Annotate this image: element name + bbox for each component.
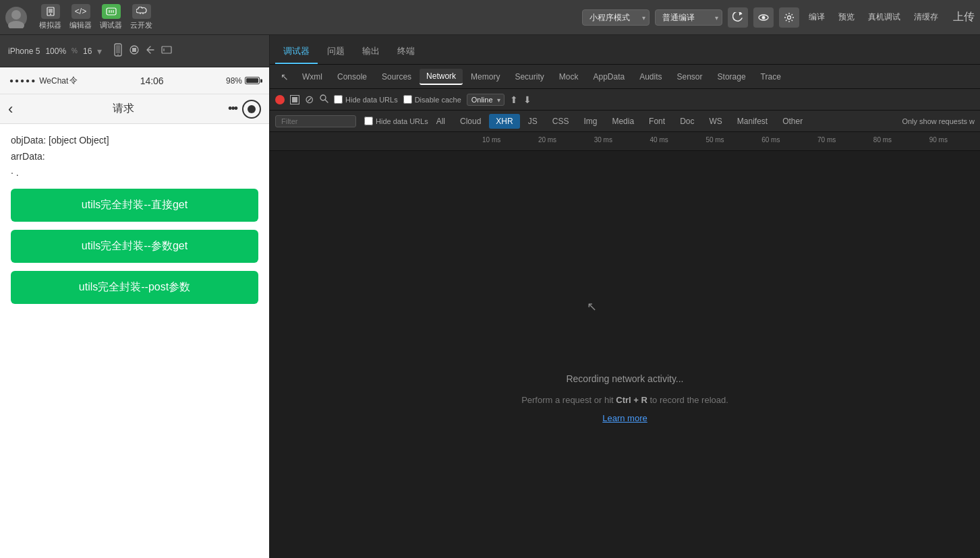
- phone-forward-icon[interactable]: [161, 44, 172, 58]
- debugger-button[interactable]: 调试器: [100, 4, 122, 30]
- filter-manifest[interactable]: Manifest: [730, 114, 774, 129]
- obj-data-text: objData: [object Object]: [11, 135, 258, 146]
- nav-back-button[interactable]: ‹: [8, 100, 13, 118]
- phone-content: objData: [object Object] arrData: · . ut…: [0, 124, 269, 558]
- disable-cache-checkbox[interactable]: [403, 95, 412, 104]
- upload-arrow-up-icon[interactable]: ⬆: [510, 94, 518, 105]
- post-param-button[interactable]: utils完全封装--post参数: [11, 271, 258, 304]
- svg-rect-15: [116, 45, 120, 53]
- hide-data-urls-label[interactable]: Hide data URLs: [364, 117, 428, 125]
- cloud-button[interactable]: 云开发: [130, 4, 152, 30]
- wifi-icon: 令: [69, 75, 78, 86]
- timeline-marks: 10 ms 20 ms 30 ms 40 ms 50 ms 60 ms 70 m…: [472, 132, 980, 150]
- devtools-panel: 调试器 问题 输出 终端 ↖ Wxml Console Sources Netw…: [270, 35, 980, 558]
- filter-other[interactable]: Other: [776, 114, 809, 129]
- preserve-log-label[interactable]: Hide data URLs: [334, 95, 398, 104]
- eye-button[interactable]: [753, 7, 774, 28]
- compile-button[interactable]: 编译: [805, 9, 829, 26]
- phone-screen: ●●●●● WeChat 令 14:06 98% ‹ 请求 •••: [0, 67, 269, 558]
- filter-font[interactable]: Font: [642, 114, 672, 129]
- filter-img[interactable]: Img: [577, 114, 604, 129]
- tab-wxml[interactable]: Wxml: [295, 69, 329, 84]
- hide-data-urls-checkbox[interactable]: [364, 117, 373, 125]
- tab-console[interactable]: Console: [330, 69, 374, 84]
- mode-select[interactable]: 小程序模式: [582, 9, 650, 26]
- nav-record-button[interactable]: [242, 100, 261, 119]
- settings-button[interactable]: [779, 7, 799, 28]
- empty-state-message: Recording network activity... Perform a …: [521, 373, 728, 423]
- filter-xhr[interactable]: XHR: [489, 114, 519, 129]
- network-content-area: ↖ Recording network activity... Perform …: [270, 151, 980, 558]
- network-tab-bar: ↖ Wxml Console Sources Network Memory Se…: [270, 65, 980, 89]
- tab-audits[interactable]: Audits: [633, 69, 668, 84]
- translate-select[interactable]: 普通编译: [655, 9, 722, 26]
- tab-output[interactable]: 输出: [354, 40, 388, 64]
- stop-icon: [292, 97, 297, 102]
- preserve-log-checkbox[interactable]: [334, 95, 343, 104]
- clearcache-button[interactable]: 清缓存: [910, 9, 942, 26]
- top-toolbar: 模拟器 </> 编辑器 调试器 云开发: [0, 0, 980, 35]
- upload-button[interactable]: 上传: [953, 10, 975, 24]
- learn-more-link[interactable]: Learn more: [521, 413, 728, 423]
- mark-70ms: 70 ms: [817, 136, 836, 144]
- tab-debugger[interactable]: 调试器: [275, 40, 318, 64]
- filter-doc[interactable]: Doc: [673, 114, 701, 129]
- tab-trace[interactable]: Trace: [754, 69, 788, 84]
- tab-network[interactable]: Network: [420, 69, 463, 85]
- svg-point-13: [788, 16, 791, 19]
- editor-button[interactable]: </> 编辑器: [69, 4, 92, 30]
- tab-mock[interactable]: Mock: [552, 69, 585, 84]
- tab-memory[interactable]: Memory: [464, 69, 507, 84]
- network-toolbar-1: ⊘ Hide data URLs Disable cache Online: [270, 89, 980, 111]
- filter-media[interactable]: Media: [605, 114, 641, 129]
- tab-appdata[interactable]: AppData: [586, 69, 631, 84]
- phone-orientation: 16: [83, 46, 92, 56]
- editor-icon: </>: [71, 4, 90, 19]
- filter-ws[interactable]: WS: [702, 114, 728, 129]
- realtest-button[interactable]: 真机调试: [864, 9, 904, 26]
- mode-select-wrapper: 小程序模式: [582, 9, 650, 26]
- online-select[interactable]: Online: [467, 94, 505, 106]
- status-bar: ●●●●● WeChat 令 14:06 98%: [0, 67, 269, 94]
- download-arrow-down-icon[interactable]: ⬇: [523, 94, 531, 105]
- stop-button[interactable]: [290, 95, 299, 104]
- simulator-button[interactable]: 模拟器: [39, 4, 61, 30]
- filter-all[interactable]: All: [430, 114, 452, 129]
- translate-select-wrapper: 普通编译: [655, 9, 722, 26]
- battery-indicator: 98%: [226, 76, 260, 86]
- content-dots: · .: [11, 167, 258, 178]
- tab-security[interactable]: Security: [508, 69, 550, 84]
- tab-storage[interactable]: Storage: [711, 69, 753, 84]
- filter-cloud[interactable]: Cloud: [453, 114, 488, 129]
- battery-percent: 98%: [226, 76, 242, 86]
- filter-input[interactable]: [275, 115, 356, 127]
- filter-css[interactable]: CSS: [546, 114, 576, 129]
- desc-prefix: Perform a request or hit: [521, 395, 616, 405]
- search-icon[interactable]: [319, 94, 328, 105]
- param-get-button[interactable]: utils完全封装--参数get: [11, 230, 258, 263]
- direct-get-button[interactable]: utils完全封装--直接get: [11, 189, 258, 222]
- wechat-label: WeChat: [39, 76, 68, 86]
- filter-type-bar: Hide data URLs All Cloud XHR JS CSS Img …: [270, 111, 980, 132]
- phone-stop-icon[interactable]: [129, 44, 140, 58]
- cloud-icon: [132, 4, 151, 19]
- filter-js[interactable]: JS: [521, 114, 544, 129]
- phone-dropdown-icon[interactable]: ▾: [97, 46, 102, 57]
- record-dot: [248, 105, 256, 113]
- nav-more-button[interactable]: •••: [228, 102, 237, 116]
- tab-issues[interactable]: 问题: [319, 40, 353, 64]
- record-button[interactable]: [275, 95, 285, 104]
- mark-50ms: 50 ms: [705, 136, 724, 144]
- tab-sources[interactable]: Sources: [375, 69, 418, 84]
- phone-portrait-icon[interactable]: [113, 43, 123, 59]
- only-show-label: Only show requests w: [902, 117, 975, 125]
- filter-icon[interactable]: ⊘: [305, 93, 314, 106]
- phone-back-icon[interactable]: [145, 44, 156, 58]
- preview-button[interactable]: 预览: [834, 9, 859, 26]
- refresh-button[interactable]: [728, 7, 748, 28]
- timeline-header: 10 ms 20 ms 30 ms 40 ms 50 ms 60 ms 70 m…: [270, 132, 980, 151]
- tab-terminal[interactable]: 终端: [389, 40, 423, 64]
- recording-desc: Perform a request or hit Ctrl + R to rec…: [521, 392, 728, 408]
- disable-cache-label[interactable]: Disable cache: [403, 95, 461, 104]
- tab-sensor[interactable]: Sensor: [670, 69, 710, 84]
